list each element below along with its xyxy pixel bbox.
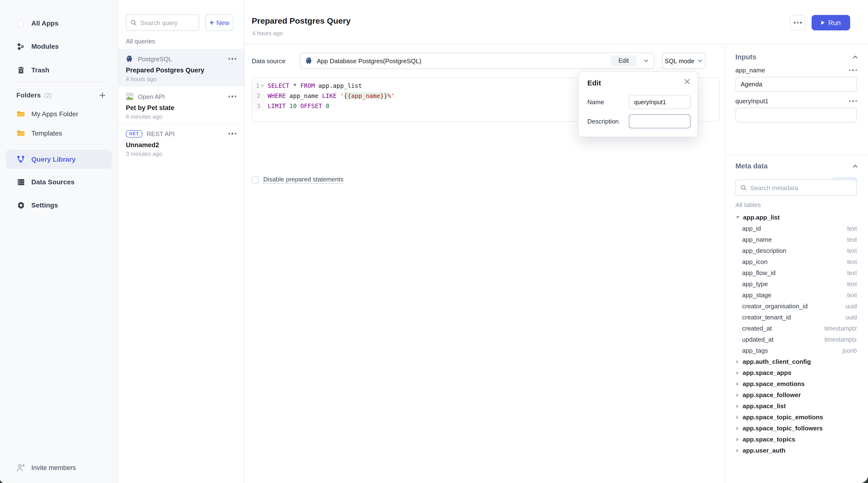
- name-input[interactable]: [629, 95, 690, 109]
- table-node-collapsed[interactable]: app.space_apps: [735, 367, 857, 378]
- sidebar-item-all-apps[interactable]: All Apps: [0, 13, 118, 33]
- sql-code-line: WHERE app_name LIKE '{{app_name}}%': [265, 92, 395, 99]
- chevron-up-icon[interactable]: [852, 54, 858, 60]
- name-label: Name: [587, 98, 604, 106]
- sql-token: %': [388, 92, 395, 99]
- table-node-expanded[interactable]: app.app_list: [735, 212, 857, 223]
- all-tables-label: All tables: [735, 201, 761, 208]
- input-field-value[interactable]: [735, 77, 857, 92]
- query-item-menu-button[interactable]: [228, 96, 236, 97]
- column-type: text: [847, 259, 857, 265]
- folder-icon: [17, 110, 25, 118]
- description-input[interactable]: [629, 114, 690, 128]
- column-name: app_type: [742, 280, 768, 288]
- checkbox-unchecked[interactable]: [252, 176, 259, 183]
- header-more-button[interactable]: [790, 15, 806, 30]
- query-time: 4 hours ago: [126, 76, 236, 83]
- query-list-item[interactable]: PostgreSQLPrepared Postgres Query4 hours…: [118, 49, 244, 86]
- line-number: 2: [257, 92, 260, 99]
- app-window: All Apps Modules: [0, 0, 868, 483]
- sidebar-item-settings[interactable]: Settings: [0, 195, 118, 215]
- column-type: text: [847, 247, 857, 254]
- column-name: app_id: [742, 225, 761, 232]
- input-field-value[interactable]: [735, 108, 857, 123]
- sidebar-item-data-sources[interactable]: Data Sources: [0, 172, 118, 191]
- table-node-collapsed[interactable]: app.space_topics: [735, 434, 857, 445]
- sidebar-item-modules[interactable]: Modules: [0, 37, 118, 56]
- query-list-item[interactable]: GETREST APIUnnamed23 minutes ago: [118, 123, 244, 160]
- column-type: timestamptz: [824, 325, 857, 332]
- table-name: app.space_list: [743, 402, 786, 410]
- table-column-row: created_attimestamptz: [735, 323, 857, 334]
- sql-token: [322, 102, 326, 110]
- invite-members-label: Invite members: [31, 464, 76, 472]
- query-list-item[interactable]: Open APIPet by Pet state6 minutes ago: [118, 86, 244, 123]
- modules-icon: [17, 42, 25, 51]
- query-search-box: [126, 14, 199, 31]
- table-node-collapsed[interactable]: app.space_emotions: [735, 378, 857, 389]
- query-name: Prepared Postgres Query: [126, 67, 236, 74]
- data-source-edit-button[interactable]: Edit: [611, 56, 637, 66]
- query-header: Prepared Postgres Query 4 hours ago Run: [245, 0, 868, 44]
- table-node-collapsed[interactable]: app.space_list: [735, 400, 857, 412]
- column-name: creator_organisation_id: [742, 303, 808, 310]
- column-name: app_description: [742, 247, 786, 254]
- chevron-down-icon[interactable]: [643, 58, 649, 64]
- query-item-menu-button[interactable]: [228, 133, 236, 134]
- input-field-menu-button[interactable]: [849, 100, 857, 102]
- query-search-input[interactable]: [140, 19, 195, 26]
- triangle-right-icon: [736, 404, 739, 408]
- triangle-right-icon: [736, 382, 739, 386]
- query-list-panel: + New All queries PostgreSQLPrepared Pos…: [118, 0, 245, 483]
- column-name: creator_tenant_id: [742, 314, 791, 321]
- chevron-up-icon[interactable]: [852, 163, 858, 169]
- table-name: app.space_follower: [743, 391, 801, 398]
- column-type: text: [847, 236, 857, 243]
- sql-mode-select[interactable]: SQL mode: [662, 53, 706, 69]
- table-node-collapsed[interactable]: app.space_follower: [735, 389, 857, 400]
- input-field-menu-button[interactable]: [849, 69, 857, 71]
- sidebar-item-label: Settings: [31, 201, 58, 209]
- column-type: timestamptz: [824, 336, 857, 343]
- run-button[interactable]: Run: [812, 15, 850, 30]
- search-icon: [130, 19, 137, 26]
- plus-icon: +: [210, 19, 214, 26]
- trash-icon: [17, 66, 25, 74]
- sidebar-item-query-library[interactable]: Query Library: [6, 150, 112, 169]
- sidebar-item-label: Query Library: [31, 155, 76, 163]
- table-column-row: app_tagsjsonb: [735, 345, 857, 356]
- disable-prepared-statements-row[interactable]: Disable prepared statements: [252, 176, 343, 184]
- table-node-collapsed[interactable]: app.user_auth: [735, 445, 857, 456]
- column-name: updated_at: [742, 336, 774, 343]
- data-sources-icon: [17, 178, 25, 186]
- metadata-search-input[interactable]: [750, 184, 852, 191]
- table-node-collapsed[interactable]: app.space_topic_followers: [735, 423, 857, 434]
- query-time: 6 minutes ago: [126, 113, 236, 120]
- query-time: 3 minutes ago: [126, 151, 236, 157]
- page-title: Prepared Postgres Query: [252, 17, 350, 26]
- edit-popup: Edit Name Description: [578, 71, 698, 137]
- table-node-collapsed[interactable]: app.space_topic_emotions: [735, 412, 857, 423]
- sidebar-item-my-apps-folder[interactable]: My Apps Folder: [0, 104, 118, 123]
- line-number-gutter: 2: [252, 91, 265, 101]
- new-query-button[interactable]: + New: [206, 14, 234, 31]
- sidebar-item-label: Templates: [31, 129, 62, 137]
- add-folder-button[interactable]: [99, 91, 106, 99]
- metadata-section-header: Meta data: [735, 162, 858, 170]
- sql-token: [289, 82, 293, 89]
- column-type: uuid: [845, 303, 857, 309]
- query-item-header: GETREST API: [126, 129, 236, 138]
- data-source-select[interactable]: App Database Postgres(PostgreSQL) Edit: [300, 53, 654, 69]
- table-node-collapsed[interactable]: app.auth_client_config: [735, 356, 857, 367]
- run-label: Run: [828, 19, 840, 27]
- sidebar-item-templates[interactable]: Templates: [0, 123, 118, 143]
- close-icon[interactable]: [684, 78, 690, 85]
- query-item-menu-button[interactable]: [228, 58, 236, 60]
- triangle-right-icon: [736, 371, 739, 375]
- sidebar-item-trash[interactable]: Trash: [0, 60, 118, 80]
- column-type: uuid: [845, 314, 857, 321]
- invite-members-button[interactable]: Invite members: [17, 463, 76, 473]
- panel-divider: [726, 155, 868, 155]
- sidebar: All Apps Modules: [0, 0, 118, 483]
- new-query-label: New: [216, 19, 229, 26]
